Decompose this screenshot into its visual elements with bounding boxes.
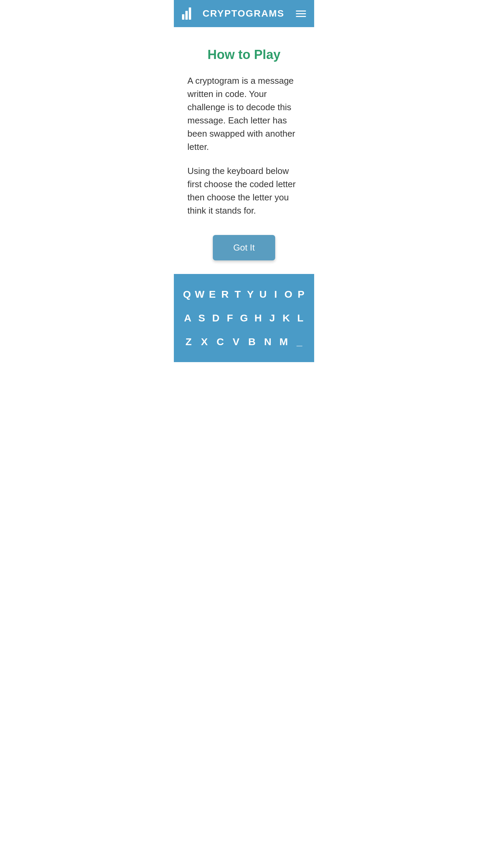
key-e[interactable]: E	[207, 284, 217, 304]
key-p[interactable]: P	[296, 284, 306, 304]
key-z[interactable]: Z	[182, 332, 195, 352]
key-j[interactable]: J	[266, 308, 278, 328]
key-y[interactable]: Y	[245, 284, 255, 304]
key-b[interactable]: B	[245, 332, 259, 352]
keyboard-row-3: Z X C V B N M _	[181, 332, 307, 352]
key-c[interactable]: C	[214, 332, 227, 352]
description-paragraph-2: Using the keyboard below first choose th…	[187, 164, 301, 217]
key-g[interactable]: G	[238, 308, 250, 328]
key-n[interactable]: N	[261, 332, 274, 352]
key-k[interactable]: K	[281, 308, 292, 328]
keyboard-row-2: A S D F G H J K L	[181, 308, 307, 328]
keyboard-section: Q W E R T Y U I O P A S D F G H J K L Z …	[174, 274, 314, 362]
key-u[interactable]: U	[258, 284, 268, 304]
key-f[interactable]: F	[224, 308, 236, 328]
bar-1	[182, 14, 184, 20]
key-s[interactable]: S	[196, 308, 208, 328]
key-o[interactable]: O	[283, 284, 293, 304]
key-x[interactable]: X	[198, 332, 211, 352]
key-d[interactable]: D	[210, 308, 222, 328]
how-to-play-title: How to Play	[187, 47, 301, 62]
hamburger-line-1	[296, 11, 306, 12]
bar-2	[185, 11, 188, 20]
key-q[interactable]: Q	[182, 284, 192, 304]
key-m[interactable]: M	[277, 332, 290, 352]
key-v[interactable]: V	[229, 332, 243, 352]
key-i[interactable]: I	[271, 284, 281, 304]
key-underscore[interactable]: _	[293, 332, 306, 352]
key-r[interactable]: R	[220, 284, 230, 304]
key-t[interactable]: T	[233, 284, 243, 304]
description-paragraph-1: A cryptogram is a message written in cod…	[187, 74, 301, 154]
key-l[interactable]: L	[294, 308, 306, 328]
keyboard-row-1: Q W E R T Y U I O P	[181, 284, 307, 304]
key-h[interactable]: H	[252, 308, 264, 328]
app-header: Cryptograms	[174, 0, 314, 27]
hamburger-line-2	[296, 13, 306, 14]
got-it-button[interactable]: Got It	[213, 235, 275, 260]
hamburger-line-3	[296, 16, 306, 17]
bar-chart-icon	[182, 7, 191, 20]
bar-3	[189, 7, 191, 20]
key-w[interactable]: W	[195, 284, 204, 304]
main-content: How to Play A cryptogram is a message wr…	[174, 27, 314, 274]
key-a[interactable]: A	[182, 308, 194, 328]
app-title: Cryptograms	[203, 8, 284, 19]
menu-button[interactable]	[296, 11, 306, 17]
